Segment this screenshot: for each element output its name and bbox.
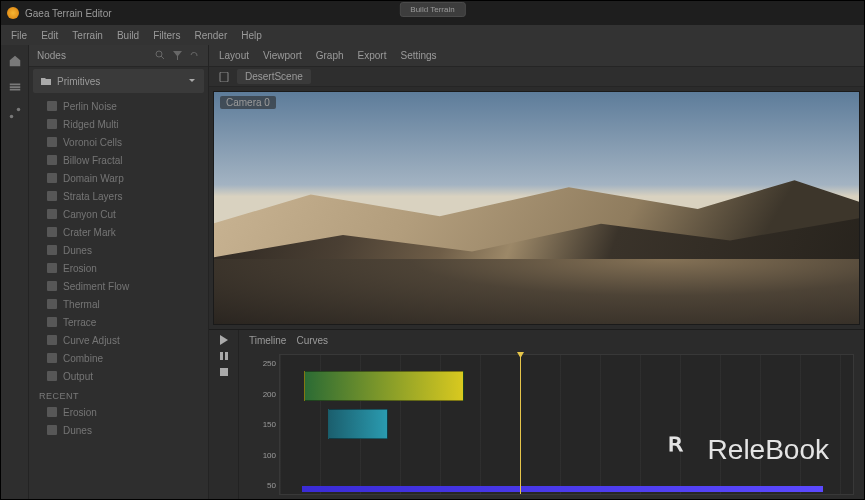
list-item[interactable]: Canyon Cut [29, 205, 208, 223]
menu-terrain[interactable]: Terrain [72, 30, 103, 41]
node-icon [47, 173, 57, 183]
svg-rect-12 [47, 263, 57, 273]
svg-rect-18 [47, 371, 57, 381]
menu-build[interactable]: Build [117, 30, 139, 41]
menu-filters[interactable]: Filters [153, 30, 180, 41]
tab-settings[interactable]: Settings [400, 50, 436, 61]
y-tick: 200 [248, 390, 276, 399]
tab-graph[interactable]: Graph [316, 50, 344, 61]
filter-icon[interactable] [172, 50, 183, 61]
clip-baseline[interactable] [302, 486, 823, 492]
viewport[interactable]: Camera 0 [213, 91, 860, 325]
section-recent: Recent [29, 385, 208, 403]
clip-bar-1[interactable] [304, 371, 464, 401]
item-label: Combine [63, 353, 103, 364]
list-item[interactable]: Output [29, 367, 208, 385]
list-item[interactable]: Billow Fractal [29, 151, 208, 169]
list-item[interactable]: Crater Mark [29, 223, 208, 241]
node-icon [47, 101, 57, 111]
svg-rect-16 [47, 335, 57, 345]
stop-icon[interactable] [218, 366, 230, 378]
node-icon [47, 335, 57, 345]
list-item[interactable]: Dunes [29, 421, 208, 439]
list-item[interactable]: Strata Layers [29, 187, 208, 205]
terrain-dune-near [214, 259, 859, 324]
svg-rect-8 [47, 191, 57, 201]
menu-edit[interactable]: Edit [41, 30, 58, 41]
svg-rect-7 [47, 173, 57, 183]
item-label: Canyon Cut [63, 209, 116, 220]
app-logo-icon [7, 7, 19, 19]
node-icon [47, 191, 57, 201]
svg-rect-23 [225, 352, 228, 360]
tab-layout[interactable]: Layout [219, 50, 249, 61]
node-icon [47, 353, 57, 363]
breadcrumb[interactable]: DesertScene [237, 69, 311, 84]
refresh-icon[interactable] [189, 50, 200, 61]
y-tick: 250 [248, 359, 276, 368]
svg-rect-6 [47, 155, 57, 165]
svg-rect-15 [47, 317, 57, 327]
menu-render[interactable]: Render [194, 30, 227, 41]
list-item[interactable]: Ridged Multi [29, 115, 208, 133]
list-item[interactable]: Terrace [29, 313, 208, 331]
home-icon[interactable] [7, 53, 23, 69]
chevron-down-icon [188, 77, 196, 85]
svg-rect-9 [47, 209, 57, 219]
svg-rect-22 [220, 352, 223, 360]
menu-file[interactable]: File [11, 30, 27, 41]
node-icon [47, 281, 57, 291]
curves-tab[interactable]: Curves [296, 335, 328, 346]
titlebar[interactable]: Gaea Terrain Editor Build Terrain [1, 1, 864, 25]
item-label: Billow Fractal [63, 155, 122, 166]
svg-rect-10 [47, 227, 57, 237]
item-label: Dunes [63, 245, 92, 256]
menubar: File Edit Terrain Build Filters Render H… [1, 25, 864, 45]
item-label: Voronoi Cells [63, 137, 122, 148]
list-item[interactable]: Dunes [29, 241, 208, 259]
list-item[interactable]: Thermal [29, 295, 208, 313]
item-label: Dunes [63, 425, 92, 436]
item-label: Thermal [63, 299, 100, 310]
folder-label: Primitives [57, 76, 100, 87]
node-icon [47, 407, 57, 417]
y-tick: 150 [248, 420, 276, 429]
timeline-tab[interactable]: Timeline [249, 335, 286, 346]
timeline-area[interactable]: 250 200 150 100 50 ᴿ Rele [279, 354, 854, 495]
node-icon [47, 371, 57, 381]
search-icon[interactable] [155, 50, 166, 61]
list-item[interactable]: Curve Adjust [29, 331, 208, 349]
list-item[interactable]: Perlin Noise [29, 97, 208, 115]
node-icon [47, 137, 57, 147]
viewport-label: Camera 0 [220, 96, 276, 109]
list-item[interactable]: Domain Warp [29, 169, 208, 187]
breadcrumb-row: DesertScene [209, 67, 864, 87]
pause-icon[interactable] [218, 350, 230, 362]
svg-rect-4 [47, 119, 57, 129]
svg-point-0 [9, 115, 13, 119]
playhead[interactable] [520, 355, 521, 494]
node-icon [47, 227, 57, 237]
node-icon [47, 245, 57, 255]
list-item[interactable]: Combine [29, 349, 208, 367]
sidebar-folder[interactable]: Primitives [33, 69, 204, 93]
item-label: Terrace [63, 317, 96, 328]
y-tick: 50 [248, 481, 276, 490]
sidebar-header: Nodes [29, 45, 208, 67]
graph-icon[interactable] [7, 105, 23, 121]
center-tab[interactable]: Build Terrain [399, 2, 465, 17]
tab-export[interactable]: Export [358, 50, 387, 61]
activity-rail [1, 45, 29, 499]
play-icon[interactable] [218, 334, 230, 346]
layers-icon[interactable] [7, 79, 23, 95]
list-item[interactable]: Erosion [29, 259, 208, 277]
menu-help[interactable]: Help [241, 30, 262, 41]
list-item[interactable]: Erosion [29, 403, 208, 421]
node-icon [47, 425, 57, 435]
svg-rect-13 [47, 281, 57, 291]
svg-rect-24 [220, 368, 228, 376]
list-item[interactable]: Sediment Flow [29, 277, 208, 295]
tab-viewport[interactable]: Viewport [263, 50, 302, 61]
clip-bar-2[interactable] [328, 409, 388, 439]
list-item[interactable]: Voronoi Cells [29, 133, 208, 151]
